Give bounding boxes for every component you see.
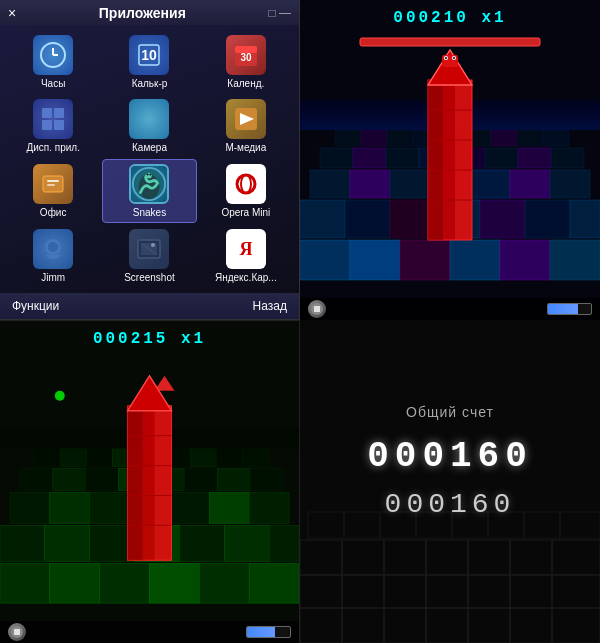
svg-rect-119 (249, 492, 289, 523)
calc-icon: 10 (129, 35, 169, 75)
svg-rect-118 (209, 492, 249, 523)
app-icon-calc[interactable]: 10 Кальк-р (102, 31, 196, 93)
yandex-label: Яндекс.Кар... (215, 272, 277, 283)
app-icon-clock[interactable]: Часы (6, 31, 100, 93)
snakes-icon (129, 164, 169, 204)
battery-bar-bl (246, 626, 291, 638)
svg-text:10: 10 (142, 47, 158, 63)
svg-rect-64 (485, 148, 518, 168)
app-icon-yandex[interactable]: Я Яндекс.Кар... (199, 225, 293, 287)
svg-rect-61 (386, 148, 419, 168)
jimm-icon (33, 229, 73, 269)
svg-rect-53 (350, 170, 390, 198)
svg-rect-44 (550, 240, 600, 280)
game-screen-bottom-right: Общий счет 000160 000160 (300, 320, 600, 643)
calc-label: Кальк-р (132, 78, 168, 89)
svg-rect-113 (10, 492, 50, 523)
dispproj-label: Дисп. прил. (26, 142, 80, 153)
svg-rect-60 (353, 148, 386, 168)
dispproj-icon (33, 99, 73, 139)
svg-rect-69 (387, 130, 413, 146)
svg-rect-66 (551, 148, 584, 168)
svg-rect-54 (390, 170, 430, 198)
back-button[interactable]: Назад (253, 299, 287, 313)
svg-rect-74 (517, 130, 543, 146)
office-icon (33, 164, 73, 204)
svg-rect-51 (570, 200, 600, 238)
svg-text:30: 30 (240, 52, 252, 63)
svg-rect-115 (90, 492, 130, 523)
svg-rect-67 (335, 130, 361, 146)
clock-icon (33, 35, 73, 75)
game-screen-bottom-left: 000215 x1 (0, 320, 300, 643)
svg-rect-80 (455, 80, 472, 240)
opera-label: Opera Mini (221, 207, 270, 218)
app-menu: × Приложения □ — Часы (0, 0, 300, 320)
final-score-number-2: 000160 (385, 489, 516, 520)
screenshot-label: Screenshot (124, 272, 175, 283)
svg-rect-106 (0, 525, 45, 561)
svg-rect-45 (300, 200, 345, 238)
svg-rect-126 (217, 469, 250, 491)
svg-rect-43 (500, 240, 550, 280)
game-status-bar-tr (300, 298, 600, 320)
svg-rect-68 (361, 130, 387, 146)
svg-rect-120 (20, 469, 53, 491)
titlebar: × Приложения □ — (0, 0, 299, 25)
svg-rect-105 (249, 563, 299, 603)
game-status-bar-bl (0, 621, 299, 643)
close-button[interactable]: × (8, 5, 16, 21)
svg-rect-57 (510, 170, 550, 198)
svg-rect-11 (54, 120, 64, 130)
svg-rect-73 (491, 130, 517, 146)
svg-rect-39 (300, 240, 350, 280)
svg-text:Я: Я (239, 239, 252, 259)
clock-label: Часы (41, 78, 65, 89)
svg-rect-114 (50, 492, 90, 523)
svg-text:000215 x1: 000215 x1 (93, 330, 206, 348)
svg-rect-128 (35, 449, 61, 467)
calendar-label: Календ. (227, 78, 264, 89)
svg-rect-40 (350, 240, 400, 280)
app-icon-camera[interactable]: Камера (102, 95, 196, 157)
svg-rect-65 (518, 148, 551, 168)
screenshot-icon (129, 229, 169, 269)
svg-rect-136 (242, 449, 268, 467)
svg-rect-46 (345, 200, 390, 238)
svg-rect-101 (50, 563, 100, 603)
svg-rect-9 (54, 108, 64, 118)
camera-label: Камера (132, 142, 167, 153)
svg-rect-122 (86, 469, 119, 491)
svg-rect-125 (184, 469, 217, 491)
menu-icon-tr (308, 300, 326, 318)
functions-button[interactable]: Функции (12, 299, 59, 313)
svg-rect-92 (360, 38, 540, 46)
svg-rect-42 (450, 240, 500, 280)
svg-rect-107 (45, 525, 90, 561)
svg-rect-75 (543, 130, 569, 146)
svg-rect-52 (310, 170, 350, 198)
svg-rect-104 (199, 563, 249, 603)
app-icon-jimm[interactable]: Jimm (6, 225, 100, 287)
svg-point-91 (453, 57, 455, 59)
opera-icon (226, 164, 266, 204)
snakes-label: Snakes (133, 207, 166, 218)
svg-rect-79 (428, 80, 443, 240)
svg-rect-134 (190, 449, 216, 467)
app-icon-dispproj[interactable]: Дисп. прил. (6, 95, 100, 157)
final-score-number-1: 000160 (367, 436, 533, 477)
svg-rect-102 (100, 563, 150, 603)
app-icon-office[interactable]: Офис (6, 159, 100, 223)
app-icon-opera[interactable]: Opera Mini (199, 159, 293, 223)
svg-rect-10 (42, 120, 52, 130)
game-screen-top-right: 000210 x1 (300, 0, 600, 320)
battery-bar-tr (547, 303, 592, 315)
svg-rect-112 (269, 525, 299, 561)
app-icon-screenshot[interactable]: Screenshot (102, 225, 196, 287)
svg-rect-144 (154, 406, 171, 561)
calendar-icon: 30 (226, 35, 266, 75)
app-icon-mmedia[interactable]: М-медиа (199, 95, 293, 157)
app-icons-grid: Часы 10 Кальк-р 30 (0, 25, 299, 293)
app-icon-snakes[interactable]: Snakes (102, 159, 196, 223)
app-icon-calendar[interactable]: 30 Календ. (199, 31, 293, 93)
